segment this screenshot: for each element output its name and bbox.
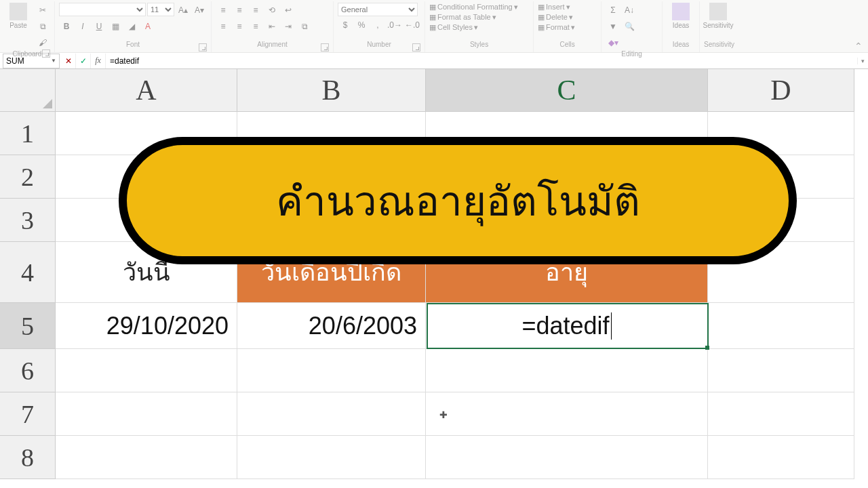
increase-font-icon[interactable]: A▴ <box>176 3 191 18</box>
group-styles: ▦ Conditional Formatting ▾ ▦ Format as T… <box>425 1 534 52</box>
enter-icon[interactable]: ✓ <box>76 54 91 68</box>
decrease-decimal-icon[interactable]: ←.0 <box>404 18 420 33</box>
cell-C6[interactable] <box>426 349 708 392</box>
align-middle-icon[interactable]: ≡ <box>232 3 247 18</box>
cell-B8[interactable] <box>237 436 426 479</box>
align-top-icon[interactable]: ≡ <box>216 3 231 18</box>
row-headers: 1 2 3 4 5 6 7 8 <box>0 112 56 479</box>
increase-decimal-icon[interactable]: .0→ <box>387 18 403 33</box>
group-ideas: Ideas Ideas <box>663 1 700 52</box>
cell-C7[interactable] <box>426 392 708 436</box>
format-button[interactable]: ▦ Format ▾ <box>538 23 575 32</box>
insert-button[interactable]: ▦ Insert ▾ <box>538 3 570 12</box>
border-button[interactable]: ▦ <box>108 19 123 34</box>
text-caret <box>611 312 612 340</box>
cut-icon[interactable]: ✂ <box>35 3 50 18</box>
group-cells: ▦ Insert ▾ ▦ Delete ▾ ▦ Format ▾ Cells <box>534 1 601 52</box>
comma-format-icon[interactable]: , <box>370 18 385 33</box>
wrap-text-icon[interactable]: ↩ <box>281 3 296 18</box>
dialog-launcher-icon[interactable] <box>412 43 420 52</box>
cell-D8[interactable] <box>708 436 854 479</box>
merge-center-icon[interactable]: ⧉ <box>297 19 312 34</box>
font-color-button[interactable]: A <box>140 19 155 34</box>
ribbon: Paste ✂ ⧉ 🖌 Clipboard 11 A▴ A▾ B I U ▦ <box>0 0 868 53</box>
dialog-launcher-icon[interactable] <box>321 43 329 52</box>
clear-icon[interactable]: ◆▾ <box>606 35 620 50</box>
col-header-D[interactable]: D <box>708 69 854 112</box>
group-sensitivity: Sensitivity Sensitivity <box>700 1 738 52</box>
font-family-select[interactable] <box>59 3 146 16</box>
row-header-5[interactable]: 5 <box>0 303 56 349</box>
decrease-font-icon[interactable]: A▾ <box>192 3 207 18</box>
italic-button[interactable]: I <box>75 19 90 34</box>
align-center-icon[interactable]: ≡ <box>232 19 247 34</box>
indent-decrease-icon[interactable]: ⇤ <box>264 19 279 34</box>
cell-D6[interactable] <box>708 349 854 392</box>
conditional-formatting-button[interactable]: ▦ Conditional Formatting ▾ <box>429 3 518 12</box>
cell-A8[interactable] <box>56 436 237 479</box>
formula-input[interactable]: =datedif <box>106 56 857 66</box>
format-as-table-button[interactable]: ▦ Format as Table ▾ <box>429 13 496 22</box>
group-number: General $ % , .0→ ←.0 Number <box>334 1 425 52</box>
cancel-icon[interactable]: ✕ <box>61 54 76 68</box>
underline-button[interactable]: U <box>92 19 106 34</box>
cell-B6[interactable] <box>237 349 426 392</box>
dialog-launcher-icon[interactable] <box>42 49 50 58</box>
paste-button[interactable]: Paste <box>4 3 33 29</box>
align-left-icon[interactable]: ≡ <box>216 19 231 34</box>
group-editing: Σ A↓ ▼ 🔍 ◆▾ Editing <box>601 1 663 52</box>
fill-icon[interactable]: ▼ <box>606 19 620 34</box>
row-header-7[interactable]: 7 <box>0 392 56 436</box>
accounting-format-icon[interactable]: $ <box>338 18 353 33</box>
orientation-icon[interactable]: ⟲ <box>264 3 279 18</box>
bold-button[interactable]: B <box>59 19 74 34</box>
cell-A7[interactable] <box>56 392 237 436</box>
collapse-ribbon-icon[interactable]: ⌃ <box>854 41 863 52</box>
col-header-B[interactable]: B <box>237 69 426 112</box>
cell-B5[interactable]: 20/6/2003 <box>237 303 426 349</box>
format-painter-icon[interactable]: 🖌 <box>35 35 50 50</box>
align-right-icon[interactable]: ≡ <box>248 19 263 34</box>
worksheet[interactable]: A B C D 1 2 3 4 5 6 7 8 <box>0 69 868 488</box>
cell-styles-button[interactable]: ▦ Cell Styles ▾ <box>429 23 478 32</box>
row-header-2[interactable]: 2 <box>0 155 56 199</box>
col-header-A[interactable]: A <box>56 69 237 112</box>
percent-format-icon[interactable]: % <box>354 18 369 33</box>
ideas-button[interactable]: Ideas <box>667 3 695 29</box>
copy-icon[interactable]: ⧉ <box>35 19 50 34</box>
fx-icon[interactable]: fx <box>91 54 106 68</box>
font-size-select[interactable]: 11 <box>147 3 174 16</box>
sensitivity-button[interactable]: Sensitivity <box>704 3 732 29</box>
col-header-C[interactable]: C <box>426 69 708 112</box>
sort-filter-icon[interactable]: A↓ <box>622 3 637 18</box>
fill-color-button[interactable]: ◢ <box>124 19 139 34</box>
select-all-corner[interactable] <box>0 69 56 112</box>
indent-increase-icon[interactable]: ⇥ <box>281 19 296 34</box>
align-bottom-icon[interactable]: ≡ <box>248 3 263 18</box>
find-select-icon[interactable]: 🔍 <box>622 19 637 34</box>
cell-C8[interactable] <box>426 436 708 479</box>
row-header-4[interactable]: 4 <box>0 242 56 303</box>
expand-formula-bar-icon[interactable]: ▾ <box>857 58 868 64</box>
cell-D7[interactable] <box>708 392 854 436</box>
title-overlay-text: คำนวณอายุอัตโนมัติ <box>276 169 640 233</box>
row-header-8[interactable]: 8 <box>0 436 56 479</box>
group-alignment: ≡ ≡ ≡ ⟲ ↩ ≡ ≡ ≡ ⇤ ⇥ ⧉ Alignment <box>212 1 334 52</box>
cell-B7[interactable] <box>237 392 426 436</box>
row-header-6[interactable]: 6 <box>0 349 56 392</box>
formula-bar: SUM ▼ ✕ ✓ fx =datedif ▾ <box>0 53 868 69</box>
number-format-select[interactable]: General <box>338 3 418 16</box>
cell-A5[interactable]: 29/10/2020 <box>56 303 237 349</box>
cell-D5[interactable] <box>708 303 854 349</box>
cell-C5[interactable]: =datedif <box>426 303 708 349</box>
row-header-1[interactable]: 1 <box>0 112 56 155</box>
cursor-icon: ✚ <box>439 409 448 420</box>
row-header-3[interactable]: 3 <box>0 199 56 242</box>
dialog-launcher-icon[interactable] <box>199 43 207 52</box>
autosum-icon[interactable]: Σ <box>606 3 620 18</box>
group-clipboard: Paste ✂ ⧉ 🖌 Clipboard <box>0 1 55 52</box>
delete-button[interactable]: ▦ Delete ▾ <box>538 13 573 22</box>
cell-C5-value: =datedif <box>521 312 609 340</box>
cell-A6[interactable] <box>56 349 237 392</box>
title-overlay: คำนวณอายุอัตโนมัติ <box>119 137 797 264</box>
